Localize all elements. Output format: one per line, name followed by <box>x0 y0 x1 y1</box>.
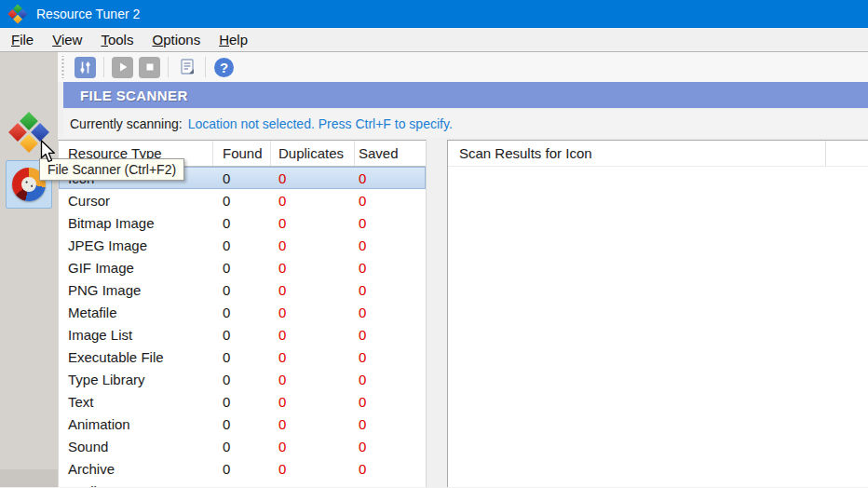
cell-type: Sound <box>59 435 213 457</box>
status-label: Currently scanning: <box>70 116 183 131</box>
cell-type: Image List <box>59 323 213 346</box>
cell-type: Executable File <box>59 346 213 368</box>
cell-type: Toolbar <box>59 480 213 487</box>
cell-type: PNG Image <box>59 278 213 301</box>
stop-icon <box>144 61 156 73</box>
table-row[interactable]: PNG Image000 <box>59 278 426 301</box>
cell-type: Bitmap Image <box>59 211 213 234</box>
results-column-divider[interactable] <box>825 141 826 166</box>
cell-saved: 0 <box>355 480 427 487</box>
file-scanner-tooltip: File Scanner (Ctrl+F2) <box>39 158 184 181</box>
tuner-options-button[interactable] <box>75 57 96 78</box>
cell-duplicates: 0 <box>271 368 355 390</box>
mouse-cursor-icon <box>40 140 57 164</box>
table-row[interactable]: Type Library000 <box>59 368 426 390</box>
cell-saved: 0 <box>355 167 427 189</box>
cell-saved: 0 <box>355 234 427 256</box>
cell-saved: 0 <box>355 346 427 368</box>
cell-found: 0 <box>213 301 271 323</box>
select-location-link[interactable]: Location not selected. Press Ctrl+F to s… <box>188 116 453 131</box>
cell-found: 0 <box>213 189 271 211</box>
sidebar <box>0 52 58 487</box>
cell-found: 0 <box>213 457 271 480</box>
toolbar-grip-handle[interactable] <box>61 56 65 78</box>
toolbar-separator <box>168 57 169 77</box>
results-header-label: Scan Results for Icon <box>459 145 592 161</box>
column-header-duplicates[interactable]: Duplicates <box>271 141 355 166</box>
start-scan-button[interactable] <box>112 57 133 78</box>
cell-found: 0 <box>213 435 271 457</box>
cell-duplicates: 0 <box>271 457 355 480</box>
cell-type: Animation <box>59 413 213 435</box>
cell-duplicates: 0 <box>271 189 355 211</box>
menu-help[interactable]: Help <box>210 28 257 51</box>
cell-duplicates: 0 <box>271 301 355 323</box>
column-header-saved[interactable]: Saved <box>355 141 427 166</box>
menu-tools[interactable]: Tools <box>91 28 142 51</box>
tooltip-text: File Scanner (Ctrl+F2) <box>47 162 176 177</box>
cell-found: 0 <box>213 234 271 256</box>
cell-saved: 0 <box>355 435 427 457</box>
results-header-row: Scan Results for Icon <box>448 141 868 167</box>
stop-scan-button[interactable] <box>139 57 160 78</box>
sliders-icon <box>78 61 92 75</box>
cell-found: 0 <box>213 480 271 487</box>
cell-duplicates: 0 <box>271 323 355 346</box>
toolbar: ? <box>58 52 868 82</box>
table-row[interactable]: Executable File000 <box>59 346 426 368</box>
cell-saved: 0 <box>355 256 427 278</box>
sidebar-bottom-strip <box>0 469 58 487</box>
report-icon <box>178 58 197 76</box>
table-row[interactable]: Cursor000 <box>59 189 426 211</box>
title-bar: Resource Tuner 2 <box>0 0 868 28</box>
cell-saved: 0 <box>355 390 427 413</box>
cell-duplicates: 0 <box>271 435 355 457</box>
cell-saved: 0 <box>355 413 427 435</box>
toolbar-separator <box>103 57 104 77</box>
table-row[interactable]: JPEG Image000 <box>59 234 426 256</box>
file-scanner-banner: FILE SCANNER <box>63 82 868 108</box>
cell-saved: 0 <box>355 323 427 346</box>
cell-type: Text <box>59 390 213 413</box>
cell-found: 0 <box>213 323 271 346</box>
cell-duplicates: 0 <box>271 346 355 368</box>
menu-bar: File View Tools Options Help <box>0 28 868 52</box>
play-icon <box>117 61 129 73</box>
table-row[interactable]: Animation000 <box>59 413 426 435</box>
cell-found: 0 <box>213 413 271 435</box>
table-row[interactable]: GIF Image000 <box>59 256 426 278</box>
menu-file[interactable]: File <box>2 28 43 51</box>
table-row[interactable]: Text000 <box>59 390 426 413</box>
banner-title: FILE SCANNER <box>80 88 188 103</box>
help-button[interactable]: ? <box>213 57 235 78</box>
cell-found: 0 <box>213 346 271 368</box>
table-row[interactable]: Archive000 <box>59 457 426 480</box>
table-row[interactable]: Sound000 <box>59 435 426 457</box>
resource-type-table: Resource Type Found Duplicates Saved Ico… <box>58 140 427 487</box>
resource-tuner-window: Resource Tuner 2 File View Tools Options… <box>0 0 868 488</box>
window-title: Resource Tuner 2 <box>36 7 140 21</box>
table-row[interactable]: Toolbar000 <box>59 480 426 487</box>
cell-saved: 0 <box>355 211 427 234</box>
cell-duplicates: 0 <box>271 211 355 234</box>
panel-splitter[interactable] <box>427 140 447 487</box>
table-row[interactable]: Metafile000 <box>59 301 426 323</box>
cell-type: Metafile <box>59 301 213 323</box>
app-logo-icon <box>7 4 28 24</box>
cell-duplicates: 0 <box>271 256 355 278</box>
cell-saved: 0 <box>355 189 427 211</box>
menu-options[interactable]: Options <box>142 28 210 51</box>
menu-view[interactable]: View <box>43 28 91 51</box>
table-row[interactable]: Image List000 <box>59 323 426 346</box>
cell-found: 0 <box>213 211 271 234</box>
column-header-found[interactable]: Found <box>213 141 271 166</box>
table-body: Icon000Cursor000Bitmap Image000JPEG Imag… <box>59 167 426 487</box>
cell-found: 0 <box>213 278 271 301</box>
help-icon: ? <box>214 58 234 77</box>
cell-saved: 0 <box>355 457 427 480</box>
cell-duplicates: 0 <box>271 278 355 301</box>
cell-saved: 0 <box>355 278 427 301</box>
table-row[interactable]: Bitmap Image000 <box>59 211 426 234</box>
cell-type: GIF Image <box>59 256 213 278</box>
report-button[interactable] <box>176 57 197 78</box>
